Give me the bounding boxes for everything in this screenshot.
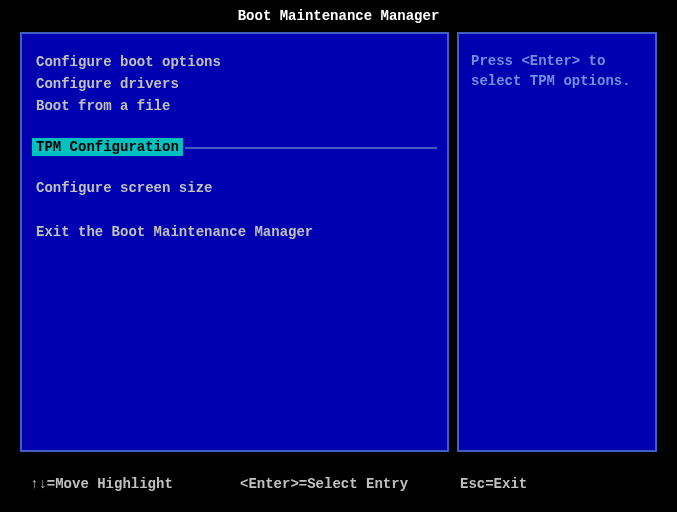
menu-item-boot-from-file[interactable]: Boot from a file [32, 96, 437, 116]
menu-item-screen-size[interactable]: Configure screen size [32, 178, 437, 198]
selected-underline [185, 147, 437, 149]
footer-exit-hint: Esc=Exit [460, 476, 647, 492]
menu-item-exit[interactable]: Exit the Boot Maintenance Manager [32, 222, 437, 242]
menu-item-configure-drivers[interactable]: Configure drivers [32, 74, 437, 94]
footer-nav-hint: ↑↓=Move Highlight [30, 476, 240, 492]
footer-select-hint: <Enter>=Select Entry [240, 476, 460, 492]
footer-hints: ↑↓=Move Highlight <Enter>=Select Entry E… [0, 476, 677, 492]
main-container: Configure boot options Configure drivers… [0, 32, 677, 452]
help-panel: Press <Enter> to select TPM options. [457, 32, 657, 452]
menu-panel: Configure boot options Configure drivers… [20, 32, 449, 452]
menu-item-tpm-configuration[interactable]: TPM Configuration [32, 138, 183, 156]
help-text-line1: Press <Enter> to [471, 52, 643, 72]
help-text-line2: select TPM options. [471, 72, 643, 92]
page-title: Boot Maintenance Manager [0, 0, 677, 32]
menu-item-configure-boot[interactable]: Configure boot options [32, 52, 437, 72]
selected-row: TPM Configuration [32, 138, 437, 158]
